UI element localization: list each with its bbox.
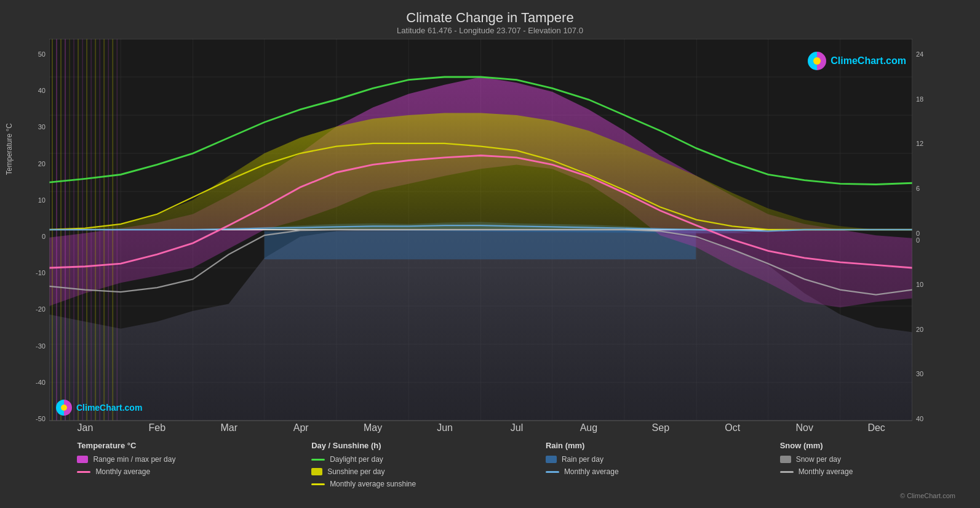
x-label-jan: Jan [49, 422, 121, 433]
legend-snow-swatch [780, 456, 791, 463]
legend-temp-range: Range min / max per day [77, 455, 200, 464]
legend-sunshine-per-day: Sunshine per day [311, 467, 434, 476]
y-right-rain-0: 0 [916, 237, 920, 244]
y-right-tick-0: 0 [916, 230, 920, 237]
legend-col-rain-title: Rain (mm) [546, 441, 669, 450]
x-axis: Jan Feb Mar Apr May Jun Jul Aug Sep Oct … [49, 421, 912, 435]
y-left-tick-n40: -40 [36, 379, 46, 386]
y-right-rain-40: 40 [916, 416, 923, 422]
x-label-mar: Mar [193, 422, 265, 433]
x-label-jun: Jun [409, 422, 481, 433]
y-left-tick-10: 10 [38, 197, 46, 204]
x-label-sep: Sep [624, 422, 696, 433]
legend-temp-avg-label: Monthly average [95, 467, 150, 476]
legend-col-snow: Snow (mm) Snow per day Monthly average [780, 441, 903, 488]
x-label-may: May [337, 422, 409, 433]
legend-rain-avg-label: Monthly average [564, 467, 619, 476]
legend-rain-per-day-label: Rain per day [562, 455, 604, 464]
x-label-aug: Aug [552, 422, 624, 433]
x-label-feb: Feb [121, 422, 193, 433]
y-axis-left: 50 40 30 20 10 0 -10 -20 -30 -40 -50 [12, 39, 49, 435]
svg-point-46 [61, 405, 67, 411]
x-label-oct: Oct [696, 422, 768, 433]
logo-top-text: ClimeChart.com [831, 55, 906, 67]
x-label-jul: Jul [481, 422, 553, 433]
chart-header: Climate Change in Tampere Latitude 61.47… [12, 6, 968, 36]
legend-col-rain: Rain (mm) Rain per day Monthly average [546, 441, 669, 488]
y-right-rain-10: 10 [916, 281, 923, 288]
legend-daylight-label: Daylight per day [330, 455, 383, 464]
y-left-tick-30: 30 [38, 124, 46, 131]
chart-svg [49, 39, 912, 435]
svg-rect-23 [265, 231, 696, 259]
y-right-rain-30: 30 [916, 371, 923, 377]
legend-col-snow-title: Snow (mm) [780, 441, 903, 450]
y-left-tick-50: 50 [38, 51, 46, 58]
legend-temp-range-label: Range min / max per day [93, 455, 175, 464]
legend-daylight: Daylight per day [311, 455, 434, 464]
legend-sunshine-avg: Monthly average sunshine [311, 480, 434, 488]
legend-sunshine-per-day-label: Sunshine per day [327, 467, 384, 476]
legend-sunshine-avg-line [311, 483, 325, 485]
logo-bottom-text: ClimeChart.com [76, 403, 142, 413]
y-left-tick-n30: -30 [36, 343, 46, 350]
y-right-rain-20: 20 [916, 326, 923, 333]
legend-snow-per-day: Snow per day [780, 455, 903, 464]
x-label-nov: Nov [768, 422, 840, 433]
legend-snow-avg-label: Monthly average [799, 467, 853, 476]
legend-snow-avg-line [780, 471, 794, 473]
chart-title: Climate Change in Tampere [12, 10, 968, 26]
legend-snow-per-day-label: Snow per day [796, 455, 841, 464]
y-left-tick-20: 20 [38, 161, 46, 167]
y-left-axis-label: Temperature °C [5, 123, 14, 175]
y-right-tick-12: 12 [916, 140, 923, 147]
logo-bottom-left: ClimeChart.com [55, 399, 142, 416]
legend-sunshine-swatch [311, 468, 322, 475]
legend-temp-avg-line [77, 471, 90, 473]
y-left-tick-40: 40 [38, 87, 46, 94]
legend-col-sunshine-title: Day / Sunshine (h) [311, 441, 434, 450]
chart-area: 50 40 30 20 10 0 -10 -20 -30 -40 -50 194… [12, 39, 968, 435]
legend-sunshine-avg-label: Monthly average sunshine [330, 480, 416, 488]
climechart-logo-top-icon [807, 51, 827, 71]
y-right-tick-24: 24 [916, 51, 923, 58]
y-left-tick-0: 0 [42, 233, 46, 240]
legend-rain-per-day: Rain per day [546, 455, 669, 464]
y-left-tick-n20: -20 [36, 306, 46, 313]
page-wrapper: Climate Change in Tampere Latitude 61.47… [0, 0, 980, 508]
x-label-apr: Apr [265, 422, 337, 433]
legend-rain-avg-line [546, 471, 559, 473]
y-left-tick-n50: -50 [36, 416, 46, 422]
legend-temp-avg: Monthly average [77, 467, 200, 476]
legend-area: Temperature °C Range min / max per day M… [12, 435, 968, 492]
svg-point-48 [813, 57, 821, 65]
copyright: © ClimeChart.com [12, 492, 968, 502]
x-label-dec: Dec [840, 422, 912, 433]
legend-col-temperature: Temperature °C Range min / max per day M… [77, 441, 200, 488]
legend-col-sunshine: Day / Sunshine (h) Daylight per day Suns… [311, 441, 434, 488]
legend-rain-avg: Monthly average [546, 467, 669, 476]
legend-rain-swatch [546, 456, 557, 463]
y-right-tick-6: 6 [916, 185, 920, 192]
chart-inner: 1940 - 1950 [49, 39, 912, 435]
chart-subtitle: Latitude 61.476 - Longitude 23.707 - Ele… [12, 26, 968, 35]
logo-top-right: ClimeChart.com [807, 51, 906, 71]
legend-temp-range-swatch [77, 456, 88, 463]
y-right-tick-18: 18 [916, 96, 923, 103]
y-left-tick-n10: -10 [36, 270, 46, 276]
legend-snow-avg: Monthly average [780, 467, 903, 476]
legend-col-temp-title: Temperature °C [77, 441, 200, 450]
y-axis-right: 24 18 12 6 0 Day / Suns [912, 39, 968, 435]
climechart-logo-bottom-icon [55, 399, 73, 416]
legend-daylight-line [311, 459, 325, 461]
